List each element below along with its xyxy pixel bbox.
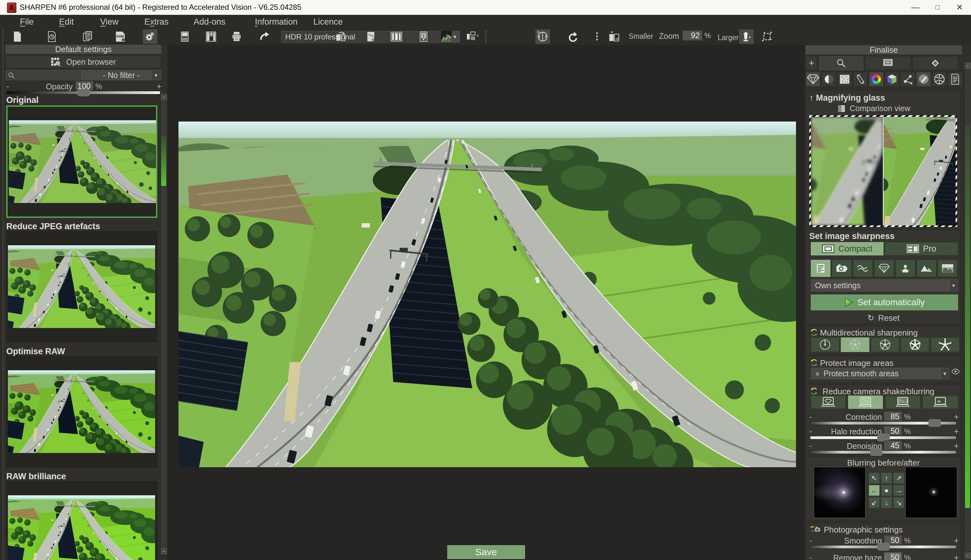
protect-dropdown[interactable]: ● Protect smooth areas — [811, 368, 940, 379]
directions-1-button[interactable] — [811, 337, 839, 352]
slider-minus[interactable]: - — [809, 536, 812, 545]
main-photo[interactable] — [179, 122, 796, 467]
preset-thumbnail-jpeg[interactable] — [6, 231, 157, 342]
directions-3-button[interactable] — [871, 337, 899, 352]
finalise-tool-mask-brush-icon[interactable] — [916, 72, 931, 87]
close-button[interactable]: ✕ — [949, 0, 970, 15]
finalise-tool-gem-icon[interactable] — [806, 72, 821, 87]
dock-grip[interactable] — [0, 28, 3, 560]
raw-button[interactable]: RAW — [113, 29, 128, 44]
compare-view-button[interactable] — [535, 29, 550, 44]
flip-button[interactable] — [334, 29, 348, 44]
finalise-tool-noise-icon[interactable] — [837, 72, 852, 87]
reset-camera-icon[interactable] — [810, 525, 821, 533]
shake-mode-proplus[interactable]: Pro+ — [886, 395, 920, 409]
dots-chevron-button[interactable] — [590, 29, 605, 44]
smoothing-slider-thumb[interactable] — [877, 543, 890, 550]
directions-5-button[interactable] — [931, 337, 959, 352]
slider-minus[interactable]: - — [809, 427, 812, 436]
finalise-tool-retouch-pen-icon[interactable] — [853, 72, 868, 87]
preview-mask-button[interactable] — [951, 368, 959, 376]
menu-information[interactable]: Information — [255, 17, 297, 27]
tab-compact[interactable]: Compact — [811, 242, 884, 255]
subject-mountains[interactable] — [917, 260, 936, 277]
presets-panel-header[interactable]: Default settings — [6, 45, 161, 54]
scroll-up-button[interactable]: ▪ — [965, 63, 971, 69]
shake-mode-infinite[interactable]: ∞ — [923, 395, 958, 409]
print-button[interactable] — [229, 29, 244, 44]
chevron-down-icon[interactable]: ▼ — [940, 368, 949, 379]
tab-pro[interactable]: Pro — [885, 242, 958, 255]
finalise-tool-nodes-icon[interactable] — [901, 72, 915, 87]
blur-direction-left[interactable]: ← — [869, 485, 880, 496]
finalise-tool-color-cube-icon[interactable] — [885, 72, 899, 87]
blur-direction-up[interactable]: ↑ — [881, 473, 892, 483]
zoom-value-field[interactable]: 92 — [682, 30, 702, 41]
shake-mode-pro[interactable]: Pro — [848, 395, 883, 409]
finalise-header[interactable]: Finalise — [806, 45, 962, 54]
menu-edit[interactable]: Edit — [59, 17, 74, 27]
directions-4-button[interactable] — [901, 337, 929, 352]
slider-minus[interactable]: - — [809, 441, 812, 451]
monitor-view-button[interactable] — [865, 56, 911, 70]
export-image-button[interactable] — [607, 29, 622, 44]
blur-direction-up-right[interactable]: ↗ — [893, 473, 904, 483]
history-button[interactable] — [45, 29, 60, 44]
maximize-button[interactable]: □ — [928, 0, 948, 15]
correction-value[interactable]: 85 — [884, 411, 902, 421]
opacity-slider-thumb[interactable] — [77, 89, 90, 96]
finalise-scrollbar[interactable] — [964, 63, 971, 552]
blur-direction-down[interactable]: ↓ — [881, 497, 892, 508]
sharpness-preset-dropdown[interactable]: Own settings — [811, 279, 949, 292]
scroll-down-button[interactable]: ▪ — [161, 548, 167, 554]
smoothing-slider[interactable] — [810, 545, 956, 548]
copy-button[interactable] — [80, 29, 95, 44]
finalise-scrollbar-thumb[interactable] — [965, 126, 970, 508]
subject-portrait[interactable] — [896, 260, 915, 277]
split-view-button[interactable] — [177, 29, 192, 44]
magnifier-view[interactable] — [809, 115, 957, 227]
comparison-toggle[interactable]: Comparison view — [838, 104, 910, 113]
reset-colored-icon[interactable] — [810, 358, 818, 367]
menu-licence[interactable]: Licence — [313, 17, 343, 27]
export-share-button[interactable] — [257, 29, 272, 44]
triple-pane-button[interactable] — [389, 29, 404, 44]
reset-colored-icon[interactable] — [810, 328, 818, 337]
subject-camera[interactable] — [832, 260, 852, 277]
denoising-slider[interactable] — [810, 450, 956, 454]
panes-view-button[interactable] — [204, 29, 218, 44]
slider-plus[interactable]: + — [954, 441, 959, 451]
marker-button[interactable] — [913, 56, 958, 70]
preset-search-input[interactable] — [6, 70, 82, 80]
page-slider-button[interactable] — [416, 29, 431, 44]
slider-minus[interactable]: - — [809, 412, 812, 422]
presets-scrollbar[interactable] — [160, 94, 167, 554]
presets-scrollbar-thumb[interactable] — [161, 135, 166, 186]
opacity-slider[interactable] — [6, 91, 160, 94]
finalise-tool-aperture-icon[interactable] — [932, 72, 947, 87]
correction-slider-thumb[interactable] — [928, 419, 941, 427]
haze-value[interactable]: 50 — [884, 552, 902, 560]
correction-slider[interactable] — [810, 422, 956, 425]
chevron-down-icon[interactable]: ▼ — [949, 279, 958, 292]
shake-mode-basic[interactable] — [811, 395, 846, 409]
slider-plus[interactable]: + — [954, 412, 959, 422]
directions-2-button[interactable] — [841, 337, 869, 352]
histogram-button[interactable] — [439, 29, 454, 44]
save-button[interactable]: Save — [447, 545, 525, 559]
reset-colored-icon[interactable] — [810, 387, 818, 395]
slider-plus[interactable]: + — [954, 536, 959, 545]
finalise-tool-color-wheel-icon[interactable] — [869, 72, 884, 87]
subject-soft[interactable] — [853, 260, 873, 277]
minimize-button[interactable]: — — [905, 0, 926, 15]
subject-landscape[interactable] — [938, 260, 958, 277]
subject-document-selected[interactable] — [811, 260, 831, 277]
slider-minus[interactable]: - — [809, 553, 812, 560]
new-project-button[interactable] — [10, 29, 25, 44]
blur-direction-center[interactable]: ● — [881, 485, 892, 496]
finalise-tool-report-icon[interactable] — [948, 72, 963, 87]
menu-add-ons[interactable]: Add-ons — [194, 17, 226, 27]
denoising-slider-thumb[interactable] — [870, 448, 882, 456]
preset-thumbnail-brilliance[interactable] — [6, 481, 157, 560]
preset-filter-dropdown[interactable]: - No filter - ▼ — [82, 70, 161, 80]
